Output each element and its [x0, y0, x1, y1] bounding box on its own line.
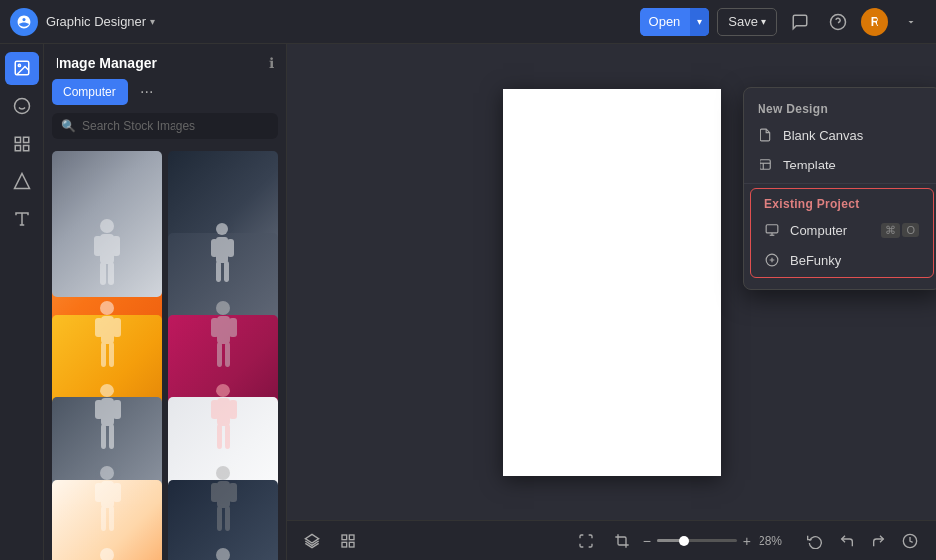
info-icon[interactable]: ℹ — [269, 56, 274, 71]
dropdown-menu: New Design Blank Canvas — [743, 87, 936, 290]
app-logo[interactable] — [10, 8, 38, 36]
shortcut-o: O — [902, 223, 919, 237]
svg-rect-26 — [224, 261, 229, 282]
svg-rect-77 — [766, 225, 778, 233]
svg-rect-53 — [95, 483, 103, 502]
zoom-slider[interactable] — [657, 539, 737, 542]
zoom-in-icon[interactable]: + — [743, 533, 751, 549]
svg-rect-20 — [108, 262, 114, 285]
computer-tab[interactable]: Computer — [52, 79, 128, 105]
zoom-out-icon[interactable]: − — [644, 533, 651, 549]
svg-rect-54 — [113, 483, 121, 502]
images-icon-btn[interactable] — [5, 52, 39, 85]
svg-point-51 — [100, 466, 114, 480]
avatar-initials: R — [871, 15, 879, 29]
shortcut-cmd: ⌘ — [881, 223, 900, 238]
svg-point-4 — [14, 99, 29, 114]
svg-rect-16 — [100, 234, 114, 264]
layout-icon-btn[interactable] — [5, 127, 39, 161]
svg-rect-29 — [95, 318, 103, 337]
computer-icon — [764, 222, 780, 238]
layers-button[interactable] — [298, 527, 326, 555]
svg-rect-44 — [109, 424, 114, 449]
svg-point-3 — [18, 64, 20, 66]
svg-point-27 — [100, 301, 114, 315]
grid-button[interactable] — [334, 527, 362, 555]
svg-rect-38 — [225, 342, 230, 367]
save-button-arrow-icon: ▾ — [761, 16, 766, 27]
bottom-right-buttons — [801, 527, 924, 555]
template-label: Template — [783, 158, 926, 172]
svg-rect-37 — [217, 342, 222, 367]
open-button-label: Open — [640, 14, 691, 29]
blank-canvas-item[interactable]: Blank Canvas — [744, 120, 936, 150]
svg-rect-17 — [94, 236, 102, 256]
save-button[interactable]: Save ▾ — [717, 8, 777, 36]
open-button[interactable]: Open ▾ — [640, 8, 710, 36]
zoom-value: 28% — [759, 534, 793, 548]
messages-button[interactable] — [785, 7, 815, 37]
svg-rect-60 — [229, 483, 237, 502]
text-icon-btn[interactable] — [5, 202, 39, 236]
svg-rect-35 — [211, 318, 219, 337]
user-avatar[interactable]: R — [861, 8, 888, 36]
fit-screen-button[interactable] — [572, 527, 600, 555]
computer-label: Computer — [790, 223, 872, 238]
svg-rect-18 — [112, 236, 120, 256]
svg-rect-74 — [760, 160, 771, 170]
search-icon: 🔍 — [61, 119, 76, 133]
svg-rect-43 — [101, 424, 106, 449]
help-button[interactable] — [823, 7, 853, 37]
redo-button[interactable] — [865, 527, 892, 555]
history-button[interactable] — [896, 527, 924, 555]
svg-rect-25 — [216, 261, 221, 282]
side-panel-tabs: Computer ··· — [44, 79, 286, 113]
shapes-icon-btn[interactable] — [5, 165, 39, 198]
dropdown-divider — [744, 183, 936, 184]
svg-point-45 — [216, 384, 230, 397]
svg-rect-48 — [229, 400, 237, 419]
befunky-item[interactable]: BeFunky — [751, 245, 933, 275]
search-bar: 🔍 — [52, 113, 278, 139]
topbar-right: Open ▾ Save ▾ R — [640, 7, 926, 37]
zoom-slider-fill — [657, 539, 681, 542]
template-item[interactable]: Template — [744, 150, 936, 179]
svg-rect-7 — [15, 137, 20, 142]
svg-rect-41 — [95, 400, 103, 419]
side-panel-title: Image Manager — [56, 56, 157, 71]
avatar-chevron-button[interactable] — [896, 7, 926, 37]
canvas-page — [503, 89, 721, 476]
svg-rect-32 — [109, 342, 114, 367]
open-button-arrow-icon: ▾ — [690, 8, 709, 36]
computer-item[interactable]: Computer ⌘ O — [751, 215, 933, 245]
svg-rect-19 — [100, 262, 106, 285]
brand-chevron-icon: ▾ — [150, 16, 155, 27]
svg-rect-82 — [342, 535, 347, 540]
svg-rect-55 — [101, 506, 106, 531]
side-panel-header: Image Manager ℹ — [44, 44, 286, 79]
brand-button[interactable]: Graphic Designer ▾ — [46, 14, 155, 29]
blank-canvas-label: Blank Canvas — [783, 128, 926, 143]
svg-rect-24 — [227, 239, 234, 257]
refresh-button[interactable] — [801, 527, 829, 555]
template-icon — [758, 157, 773, 172]
dropdown-overlay: New Design Blank Canvas — [743, 87, 936, 290]
existing-project-section: Existing Project Computer ⌘ O — [750, 188, 934, 278]
image-grid — [44, 147, 286, 560]
befunky-label: BeFunky — [790, 253, 919, 268]
canvas-workspace[interactable]: New Design Blank Canvas — [287, 44, 936, 520]
topbar: Graphic Designer ▾ Open ▾ Save ▾ R — [0, 0, 936, 44]
side-panel: Image Manager ℹ Computer ··· 🔍 — [44, 44, 287, 560]
svg-point-39 — [100, 384, 114, 397]
search-input[interactable] — [82, 119, 268, 133]
svg-rect-8 — [23, 137, 28, 142]
undo-button[interactable] — [833, 527, 861, 555]
svg-rect-31 — [101, 342, 106, 367]
icon-bar — [0, 44, 44, 560]
main-layout: Image Manager ℹ Computer ··· 🔍 — [0, 44, 936, 560]
list-item[interactable] — [52, 151, 162, 297]
stickers-icon-btn[interactable] — [5, 89, 39, 123]
tab-more-icon[interactable]: ··· — [134, 79, 160, 105]
new-design-section-label: New Design — [744, 96, 936, 120]
crop-button[interactable] — [608, 527, 636, 555]
